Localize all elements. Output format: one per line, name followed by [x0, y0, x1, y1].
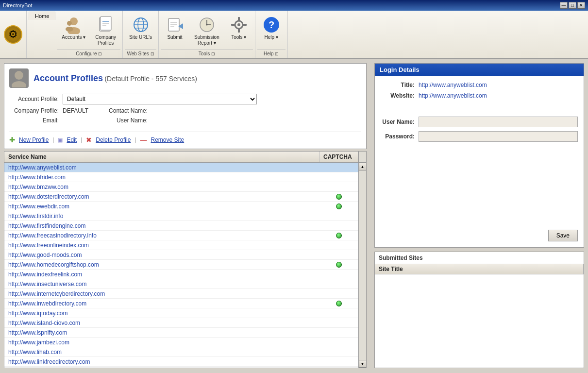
accounts-button[interactable]: Accounts ▾	[57, 13, 90, 43]
login-details-body: Title: http://www.anyweblist.com Website…	[375, 76, 584, 247]
svg-rect-26	[238, 29, 240, 33]
login-password-label: Password:	[381, 133, 415, 140]
help-group-items: ? Help ▾	[257, 13, 286, 49]
list-scrollbar[interactable]: ▲ ▼	[358, 163, 366, 368]
account-profile-heading: Account Profiles (Default Profile - 557 …	[34, 73, 197, 84]
company-profiles-icon	[96, 15, 116, 34]
login-username-input[interactable]	[419, 117, 578, 127]
service-row[interactable]: http://www.bfrider.com	[4, 172, 358, 182]
service-url-cell: http://www.insectuniverse.com	[4, 280, 319, 288]
main-area: Account Profiles (Default Profile - 557 …	[0, 59, 588, 372]
svg-rect-25	[238, 17, 240, 21]
service-row[interactable]: http://www.dotsterdirectory.com	[4, 192, 358, 202]
service-list-body[interactable]: http://www.anyweblist.comhttp://www.bfri…	[4, 163, 358, 368]
close-button[interactable]: ✕	[577, 2, 585, 9]
account-profiles-title: Account Profiles	[34, 73, 103, 83]
submission-report-button[interactable]: SubmissionReport ▾	[190, 13, 224, 49]
login-details-header: Login Details	[375, 64, 584, 76]
help-label: Help ▾	[265, 34, 278, 40]
service-url-cell: http://www.anyweblist.com	[4, 163, 319, 172]
service-url-cell: http://www.homedecorgiftshop.com	[4, 260, 319, 269]
account-avatar	[9, 68, 29, 88]
save-button[interactable]: Save	[548, 230, 578, 241]
accounts-label: Accounts ▾	[62, 34, 85, 40]
service-row[interactable]: http://www.firstfindengine.com	[4, 221, 358, 231]
service-row[interactable]: http://www.freeonlineindex.com	[4, 240, 358, 250]
company-profile-value: DEFAULT	[63, 107, 88, 114]
login-password-input[interactable]	[419, 131, 578, 142]
username-row: User Name:	[98, 117, 151, 124]
help-icon: ?	[262, 15, 281, 34]
websites-group-items: Site URL's	[125, 13, 156, 49]
submitted-body	[375, 274, 584, 368]
company-profiles-button[interactable]: CompanyProfiles	[91, 13, 120, 49]
service-row[interactable]: http://www.island-ciovo.com	[4, 318, 358, 328]
service-row[interactable]: http://www.firstdir.info	[4, 211, 358, 221]
title-bar-buttons: — □ ✕	[560, 2, 585, 9]
submission-report-label: SubmissionReport ▾	[194, 34, 219, 46]
account-profiles-subtitle: (Default Profile - 557 Services)	[104, 75, 197, 83]
svg-point-24	[237, 23, 240, 26]
service-url-cell: http://www.iqtoday.com	[4, 309, 319, 318]
service-row[interactable]: http://www.bmzww.com	[4, 182, 358, 192]
account-profile-label: Account Profile:	[9, 96, 63, 102]
captcha-green-dot	[336, 203, 342, 209]
accounts-icon	[64, 15, 84, 34]
new-profile-link[interactable]: New Profile	[19, 136, 49, 143]
app-icon-area: ⚙	[0, 11, 27, 58]
service-row[interactable]: http://www.linkfreedirectory.com	[4, 357, 358, 367]
account-profiles-box: Account Profiles (Default Profile - 557 …	[4, 63, 367, 149]
captcha-green-dot	[336, 262, 342, 268]
service-url-cell: http://www.jambezi.com	[4, 338, 319, 347]
captcha-cell	[319, 300, 358, 307]
service-row[interactable]: http://www.ispnifty.com	[4, 328, 358, 338]
service-row[interactable]: http://www.insectuniverse.com	[4, 279, 358, 289]
tools-group: Submit SubmissionReport ▾	[159, 11, 255, 58]
minimize-button[interactable]: —	[560, 2, 568, 9]
service-url-cell: http://www.indexfreelink.com	[4, 270, 319, 279]
service-row[interactable]: http://www.lihab.com	[4, 347, 358, 357]
service-row[interactable]: http://www.indexfreelink.com	[4, 270, 358, 279]
service-row[interactable]: http://www.jambezi.com	[4, 338, 358, 347]
username-label: User Name:	[98, 117, 151, 124]
captcha-cell	[319, 232, 358, 239]
website-field-label: Website:	[381, 92, 415, 99]
websites-group: Site URL's Web Sites ⊡	[123, 11, 159, 58]
contact-name-label: Contact Name:	[98, 107, 151, 114]
company-profile-label: Company Profile:	[9, 107, 63, 114]
service-row[interactable]: http://www.homedecorgiftshop.com	[4, 260, 358, 270]
captcha-cell	[319, 186, 358, 188]
submit-icon	[165, 15, 185, 34]
service-url-cell: http://www.freeonlineindex.com	[4, 241, 319, 250]
service-row[interactable]: http://www.good-moods.com	[4, 250, 358, 260]
home-tab[interactable]: Home	[29, 12, 55, 20]
title-bar-title: DirectoryBot	[3, 2, 33, 8]
captcha-cell	[319, 332, 358, 334]
svg-text:?: ?	[269, 19, 274, 30]
maximize-button[interactable]: □	[569, 2, 576, 9]
submit-button[interactable]: Submit	[161, 13, 189, 43]
remove-site-icon: —	[140, 136, 147, 144]
service-row[interactable]: http://www.anyweblist.com	[4, 163, 358, 172]
configure-group: Accounts ▾ CompanyProfiles Configure ⊡	[55, 11, 123, 58]
account-profile-select[interactable]: Default	[63, 94, 257, 104]
scroll-up-button[interactable]: ▲	[359, 163, 367, 170]
service-row[interactable]: http://www.internetcyberdirectory.com	[4, 289, 358, 299]
left-panel: Account Profiles (Default Profile - 557 …	[0, 59, 370, 372]
tools-button[interactable]: Tools ▾	[225, 13, 253, 43]
login-details-box: Login Details Title: http://www.anywebli…	[374, 63, 584, 248]
service-row[interactable]: http://www.ewebdir.com	[4, 202, 358, 211]
help-button[interactable]: ? Help ▾	[257, 13, 286, 43]
service-row[interactable]: http://www.iqtoday.com	[4, 308, 358, 318]
service-list-header: Service Name CAPTCHA	[4, 152, 366, 163]
site-urls-button[interactable]: Site URL's	[125, 13, 156, 43]
service-row[interactable]: http://www.freecasinodirectory.info	[4, 231, 358, 240]
service-row[interactable]: http://www.inwebdirectory.com	[4, 299, 358, 308]
captcha-cell	[319, 273, 358, 275]
delete-profile-link[interactable]: Delete Profile	[96, 136, 131, 143]
captcha-green-dot	[336, 194, 342, 200]
captcha-cell	[319, 193, 358, 201]
scroll-down-button[interactable]: ▼	[359, 360, 367, 368]
edit-link[interactable]: Edit	[67, 136, 77, 143]
remove-site-link[interactable]: Remove Site	[151, 136, 184, 143]
